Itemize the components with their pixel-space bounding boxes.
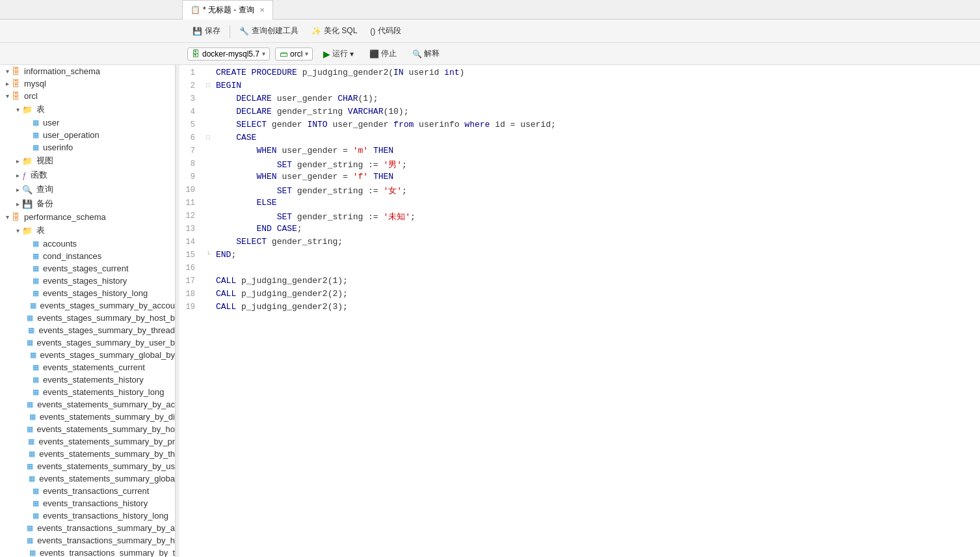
sidebar-item-events_transactions_history_long[interactable]: ▦events_transactions_history_long bbox=[0, 509, 175, 522]
sidebar-item-events_statements_history_long[interactable]: ▦events_statements_history_long bbox=[0, 386, 175, 398]
line-content[interactable]: WHEN user_gender = 'm' THEN bbox=[213, 146, 980, 156]
line-content[interactable]: DECLARE gender_string VARCHAR(10); bbox=[213, 107, 980, 116]
line-number: 5 bbox=[179, 120, 203, 129]
line-content[interactable]: ELSE bbox=[213, 198, 980, 208]
line-content[interactable]: CALL p_judging_gender2(2); bbox=[213, 289, 980, 299]
beautify-button[interactable]: ✨ 美化 SQL bbox=[306, 23, 362, 38]
line-content[interactable] bbox=[213, 263, 980, 273]
query-tool-button[interactable]: 🔧 查询创建工具 bbox=[234, 23, 304, 38]
sidebar-item-userinfo[interactable]: ▦userinfo bbox=[0, 141, 175, 154]
save-button[interactable]: 💾 保存 bbox=[187, 23, 226, 38]
fold-marker[interactable] bbox=[203, 198, 213, 199]
fold-marker[interactable] bbox=[203, 224, 213, 225]
code-line: 16 bbox=[179, 263, 980, 276]
tree-arrow bbox=[13, 106, 22, 113]
sidebar-item-events_stages_current[interactable]: ▦events_stages_current bbox=[0, 262, 175, 275]
sidebar-item-events_transactions_current[interactable]: ▦events_transactions_current bbox=[0, 485, 175, 497]
line-content[interactable]: END CASE; bbox=[213, 224, 980, 234]
fold-marker[interactable]: □ bbox=[203, 133, 213, 141]
sidebar-item-orcl[interactable]: 🗄orcl bbox=[0, 90, 175, 102]
line-content[interactable]: CALL p_judging_gender2(1); bbox=[213, 276, 980, 286]
fold-marker[interactable] bbox=[203, 146, 213, 147]
sidebar-item-events_statements_history[interactable]: ▦events_statements_history bbox=[0, 374, 175, 386]
sidebar-item-orcl-funcs[interactable]: ƒ函数 bbox=[0, 168, 175, 182]
sidebar-item-orcl-views[interactable]: 📁视图 bbox=[0, 154, 175, 168]
line-content[interactable]: END; bbox=[213, 250, 980, 260]
fold-marker[interactable] bbox=[203, 172, 213, 173]
line-content[interactable]: CALL p_judging_gender2(3); bbox=[213, 302, 980, 312]
fold-marker[interactable] bbox=[203, 237, 213, 238]
line-number: 2 bbox=[179, 81, 203, 90]
sidebar-item-events_statements_summary_by_ac[interactable]: ▦events_statements_summary_by_ac bbox=[0, 398, 175, 411]
sidebar-item-events_stages_history_long[interactable]: ▦events_stages_history_long bbox=[0, 287, 175, 299]
line-content[interactable]: SELECT gender INTO user_gender from user… bbox=[213, 120, 980, 129]
sidebar-item-events_transactions_history[interactable]: ▦events_transactions_history bbox=[0, 497, 175, 509]
fold-marker[interactable] bbox=[203, 107, 213, 108]
line-content[interactable]: SET gender_string := '女'; bbox=[213, 185, 980, 197]
fold-marker[interactable] bbox=[203, 289, 213, 290]
run-label: 运行 bbox=[332, 48, 348, 59]
sidebar-item-cond_instances[interactable]: ▦cond_instances bbox=[0, 250, 175, 262]
sidebar-item-events_statements_summary_by_th[interactable]: ▦events_statements_summary_by_th bbox=[0, 448, 175, 460]
line-content[interactable]: SET gender_string := '男'; bbox=[213, 159, 980, 170]
line-content[interactable]: SET gender_string := '未知'; bbox=[213, 211, 980, 223]
connection-icon: 🗄 bbox=[192, 49, 200, 59]
sidebar-item-orcl-tables[interactable]: 📁表 bbox=[0, 102, 175, 116]
line-content[interactable]: CREATE PROCEDURE p_judging_gender2(IN us… bbox=[213, 68, 980, 77]
sidebar-item-events_statements_summary_by_us[interactable]: ▦events_statements_summary_by_us bbox=[0, 460, 175, 472]
line-content[interactable]: CASE bbox=[213, 133, 980, 143]
sidebar-item-performance_schema[interactable]: 🗄performance_schema bbox=[0, 211, 175, 223]
fold-marker[interactable] bbox=[203, 94, 213, 95]
sidebar-item-label: events_stages_history bbox=[43, 276, 127, 286]
fold-marker[interactable]: □ bbox=[203, 81, 213, 89]
line-content[interactable]: BEGIN bbox=[213, 81, 980, 90]
database-selector[interactable]: 🗃 orcl ▾ bbox=[275, 48, 313, 61]
code-line: 13 END CASE; bbox=[179, 224, 980, 237]
sidebar-item-events_stages_summary_by_accou[interactable]: ▦events_stages_summary_by_accou bbox=[0, 299, 175, 312]
sidebar-item-events_stages_summary_by_host_b[interactable]: ▦events_stages_summary_by_host_b bbox=[0, 312, 175, 324]
sidebar-item-events_stages_summary_by_thread[interactable]: ▦events_stages_summary_by_thread bbox=[0, 324, 175, 336]
code-line: 11 ELSE bbox=[179, 198, 980, 211]
fold-marker[interactable]: └ bbox=[203, 250, 213, 258]
sidebar-item-orcl-backup[interactable]: 💾备份 bbox=[0, 197, 175, 211]
db-icon: 🗄 bbox=[12, 91, 20, 101]
sidebar-item-user_operation[interactable]: ▦user_operation bbox=[0, 129, 175, 141]
sidebar-item-events_statements_current[interactable]: ▦events_statements_current bbox=[0, 361, 175, 374]
fold-marker[interactable] bbox=[203, 185, 213, 186]
fold-marker[interactable] bbox=[203, 263, 213, 264]
stop-button[interactable]: ⬛ 停止 bbox=[364, 46, 402, 61]
query-tab[interactable]: 📋 * 无标题 - 查询 ✕ bbox=[182, 0, 273, 20]
sidebar-item-orcl-queries[interactable]: 🔍查询 bbox=[0, 182, 175, 197]
fold-marker[interactable] bbox=[203, 211, 213, 212]
line-content[interactable]: SELECT gender_string; bbox=[213, 237, 980, 247]
explain-button[interactable]: 🔍 解释 bbox=[407, 46, 445, 61]
code-editor[interactable]: 1CREATE PROCEDURE p_judging_gender2(IN u… bbox=[179, 65, 980, 557]
fold-marker[interactable] bbox=[203, 68, 213, 69]
fold-marker[interactable] bbox=[203, 120, 213, 121]
sidebar-item-events_statements_summary_by_pr[interactable]: ▦events_statements_summary_by_pr bbox=[0, 435, 175, 448]
sidebar-item-events_stages_summary_global_by[interactable]: ▦events_stages_summary_global_by bbox=[0, 349, 175, 361]
sidebar-item-events_stages_history[interactable]: ▦events_stages_history bbox=[0, 275, 175, 287]
run-button[interactable]: ▶ 运行 ▾ bbox=[318, 46, 359, 61]
line-content[interactable]: WHEN user_gender = 'f' THEN bbox=[213, 172, 980, 182]
sidebar-item-information_schema[interactable]: 🗄information_schema bbox=[0, 65, 175, 77]
sidebar-item-events_transactions_summary_by_h[interactable]: ▦events_transactions_summary_by_h bbox=[0, 534, 175, 547]
tab-close-button[interactable]: ✕ bbox=[259, 7, 265, 14]
sidebar-item-events_transactions_summary_by_a[interactable]: ▦events_transactions_summary_by_a bbox=[0, 522, 175, 534]
fold-marker[interactable] bbox=[203, 276, 213, 277]
sidebar-item-events_transactions_summary_by_t[interactable]: ▦events_transactions_summary_by_t bbox=[0, 547, 175, 557]
sidebar-item-events_statements_summary_globa[interactable]: ▦events_statements_summary_globa bbox=[0, 472, 175, 485]
sidebar-item-user[interactable]: ▦user bbox=[0, 116, 175, 129]
fold-marker[interactable] bbox=[203, 159, 213, 160]
code-snippet-button[interactable]: () 代码段 bbox=[365, 23, 406, 38]
sidebar-item-events_statements_summary_by_di[interactable]: ▦events_statements_summary_by_di bbox=[0, 411, 175, 423]
sidebar-item-perf-tables[interactable]: 📁表 bbox=[0, 223, 175, 238]
sidebar-item-events_statements_summary_by_ho[interactable]: ▦events_statements_summary_by_ho bbox=[0, 423, 175, 435]
connection-selector[interactable]: 🗄 docker-mysql5.7 ▾ bbox=[187, 48, 270, 61]
sidebar-item-accounts[interactable]: ▦accounts bbox=[0, 238, 175, 250]
sidebar-item-events_stages_summary_by_user_b[interactable]: ▦events_stages_summary_by_user_b bbox=[0, 336, 175, 349]
line-content[interactable]: DECLARE user_gender CHAR(1); bbox=[213, 94, 980, 103]
fold-marker[interactable] bbox=[203, 302, 213, 303]
sidebar-item-label: events_transactions_current bbox=[43, 486, 149, 496]
sidebar-item-mysql[interactable]: 🗄mysql bbox=[0, 77, 175, 90]
